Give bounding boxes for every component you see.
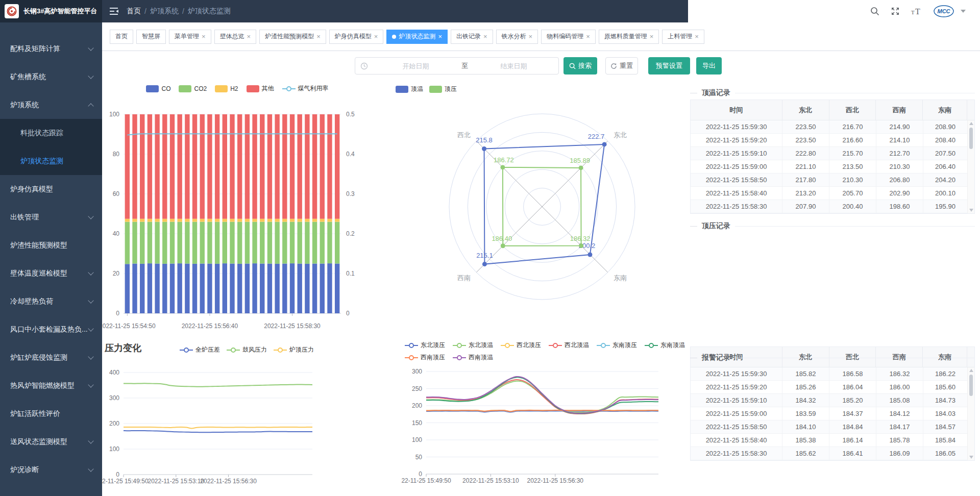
table-cell: 184.03: [923, 407, 968, 420]
table-row[interactable]: 2022-11-25 15:59:30185.82186.58186.32186…: [691, 367, 974, 381]
table-row[interactable]: 2022-11-25 15:58:50217.80210.30206.80204…: [691, 173, 974, 187]
svg-text:215.1: 215.1: [476, 252, 493, 259]
table-row[interactable]: 2022-11-25 15:59:10222.80215.70212.70207…: [691, 147, 974, 160]
sidebar-item-label: 矿焦槽系统: [10, 72, 89, 82]
end-date-input[interactable]: [469, 62, 558, 70]
sidebar-subitem-料批状态跟踪[interactable]: 料批状态跟踪: [0, 119, 102, 147]
sidebar-item-矿焦槽系统[interactable]: 矿焦槽系统: [0, 63, 102, 91]
tab-原燃料质量管理[interactable]: 原燃料质量管理×: [599, 30, 659, 44]
tab-close-icon[interactable]: ×: [202, 33, 206, 40]
sidebar-subitem-炉顶状态监测[interactable]: 炉顶状态监测: [0, 147, 102, 175]
alert-settings-button[interactable]: 预警设置: [648, 57, 690, 75]
tab-壁体总览[interactable]: 壁体总览×: [214, 30, 257, 44]
table-cell: 223.50: [782, 134, 829, 147]
fullscreen-icon[interactable]: [890, 6, 900, 16]
column-header-时间[interactable]: 时间: [691, 100, 782, 120]
table-row[interactable]: 2022-11-25 15:58:30185.62186.41186.09186…: [691, 447, 974, 460]
sidebar-item-炉身仿真模型[interactable]: 炉身仿真模型: [0, 175, 102, 203]
sidebar-item-风口中小套检漏及热负...[interactable]: 风口中小套检漏及热负...: [0, 315, 102, 343]
tab-close-icon[interactable]: ×: [316, 33, 321, 40]
svg-text:40: 40: [113, 230, 120, 237]
sidebar-item-壁体温度巡检模型[interactable]: 壁体温度巡检模型: [0, 259, 102, 287]
sidebar-item-label: 出铁管理: [10, 213, 89, 222]
date-range-picker[interactable]: 至: [355, 57, 559, 75]
table-cell: 186.00: [876, 381, 923, 394]
tab-close-icon[interactable]: ×: [695, 33, 699, 40]
sidebar-item-炉顶系统[interactable]: 炉顶系统: [0, 91, 102, 119]
table-cell: 186.32: [876, 367, 923, 381]
table-cell: 2022-11-25 15:59:00: [691, 407, 782, 420]
tab-close-icon[interactable]: ×: [374, 33, 378, 40]
table-row[interactable]: 2022-11-25 15:59:30223.50216.70214.90208…: [691, 120, 974, 134]
sidebar-item-炉况诊断[interactable]: 炉况诊断: [0, 456, 102, 484]
table-cell: 184.37: [829, 407, 876, 420]
tab-炉顶状态监测[interactable]: 炉顶状态监测×: [386, 30, 448, 44]
sidebar-item-出铁管理[interactable]: 出铁管理: [0, 203, 102, 231]
font-size-icon[interactable]: T T: [911, 6, 923, 16]
table-row[interactable]: 2022-11-25 15:59:20223.50216.60214.10208…: [691, 134, 974, 147]
tab-炉渣性能预测模型[interactable]: 炉渣性能预测模型×: [259, 30, 326, 44]
sidebar-item-热风炉智能燃烧模型[interactable]: 热风炉智能燃烧模型: [0, 371, 102, 400]
sidebar-item-炉渣性能预测模型[interactable]: 炉渣性能预测模型: [0, 231, 102, 259]
sidebar-item-炉缸活跃性评价[interactable]: 炉缸活跃性评价: [0, 400, 102, 428]
table-scrollbar[interactable]: [967, 120, 974, 213]
search-button[interactable]: 搜索: [564, 57, 597, 75]
svg-text:2022-11-25 15:56:30: 2022-11-25 15:56:30: [527, 477, 584, 484]
tab-智慧屏[interactable]: 智慧屏: [136, 30, 166, 44]
table-row[interactable]: 2022-11-25 15:58:40213.20205.70202.90200…: [691, 187, 974, 200]
legend-item-顶温[interactable]: 顶温: [396, 85, 423, 93]
tab-炉身仿真模型[interactable]: 炉身仿真模型×: [329, 30, 384, 44]
export-button[interactable]: 导出: [696, 57, 722, 75]
caret-down-icon[interactable]: [961, 10, 966, 13]
tab-close-icon[interactable]: ×: [650, 33, 654, 40]
sidebar-item-冷却壁热负荷[interactable]: 冷却壁热负荷: [0, 287, 102, 315]
table-row[interactable]: 2022-11-25 15:59:10184.32185.20185.08184…: [691, 394, 974, 407]
column-header-东北[interactable]: 东北: [782, 100, 829, 120]
tab-铁水分析[interactable]: 铁水分析×: [496, 30, 538, 44]
tab-close-icon[interactable]: ×: [529, 33, 533, 40]
tab-close-icon[interactable]: ×: [586, 33, 590, 40]
gas-composition-chart: COCO2H2其他煤气利用率 02040608010000.10.20.30.4…: [102, 82, 373, 333]
reset-button[interactable]: 重置: [605, 57, 638, 75]
tab-菜单管理[interactable]: 菜单管理×: [169, 30, 211, 44]
table-row[interactable]: 2022-11-25 15:58:40185.38186.14185.78185…: [691, 434, 974, 447]
tab-首页[interactable]: 首页: [110, 30, 133, 44]
tab-上料管理[interactable]: 上料管理×: [662, 30, 704, 44]
chevron-down-icon: [88, 45, 93, 51]
legend-item-CO2[interactable]: CO2: [179, 85, 207, 92]
menu-fold-icon[interactable]: [102, 8, 127, 15]
legend-item-煤气利用率[interactable]: 煤气利用率: [282, 84, 329, 93]
tab-close-icon[interactable]: ×: [438, 33, 442, 40]
legend-item-CO[interactable]: CO: [146, 85, 170, 92]
gas-chart-legend: COCO2H2其他煤气利用率: [102, 84, 373, 93]
table-row[interactable]: 2022-11-25 15:59:00221.10213.50210.30206…: [691, 160, 974, 173]
tab-物料编码管理[interactable]: 物料编码管理×: [541, 30, 596, 44]
legend-item-顶压[interactable]: 顶压: [429, 85, 457, 93]
table-row[interactable]: 2022-11-25 15:58:30207.90200.40198.60195…: [691, 200, 974, 213]
sidebar-item-配料及矩阵计算[interactable]: 配料及矩阵计算: [0, 35, 102, 63]
table-row[interactable]: 2022-11-25 15:59:20185.26186.04186.00185…: [691, 381, 974, 394]
sidebar-item-炉缸炉底侵蚀监测[interactable]: 炉缸炉底侵蚀监测: [0, 343, 102, 371]
table-row[interactable]: 2022-11-25 15:58:50184.10184.84184.17184…: [691, 420, 974, 434]
table-row[interactable]: 2022-11-25 15:59:00183.59184.37184.12184…: [691, 407, 974, 420]
breadcrumb-home[interactable]: 首页: [127, 7, 141, 16]
chevron-down-icon: [88, 73, 93, 79]
mcc-logo[interactable]: MCC: [933, 5, 954, 18]
legend-item-H2[interactable]: H2: [215, 85, 238, 92]
column-header-西北[interactable]: 西北: [829, 100, 876, 120]
table-cell: 2022-11-25 15:58:50: [691, 420, 782, 434]
table-scrollbar[interactable]: [967, 367, 974, 460]
svg-text:60: 60: [113, 190, 120, 197]
sidebar-item-送风状态监测模型[interactable]: 送风状态监测模型: [0, 428, 102, 456]
tab-close-icon[interactable]: ×: [483, 33, 487, 40]
table-cell: 184.57: [923, 420, 968, 434]
tab-出铁记录[interactable]: 出铁记录×: [451, 30, 493, 44]
start-date-input[interactable]: [371, 62, 460, 70]
search-icon[interactable]: [870, 6, 880, 16]
legend-item-其他[interactable]: 其他: [247, 84, 274, 93]
section-title-alarm: 报警记录: [702, 353, 730, 362]
column-header-东南[interactable]: 东南: [923, 100, 967, 120]
tab-close-icon[interactable]: ×: [247, 33, 251, 40]
tab-label: 上料管理: [668, 32, 692, 41]
column-header-西南[interactable]: 西南: [876, 100, 923, 120]
